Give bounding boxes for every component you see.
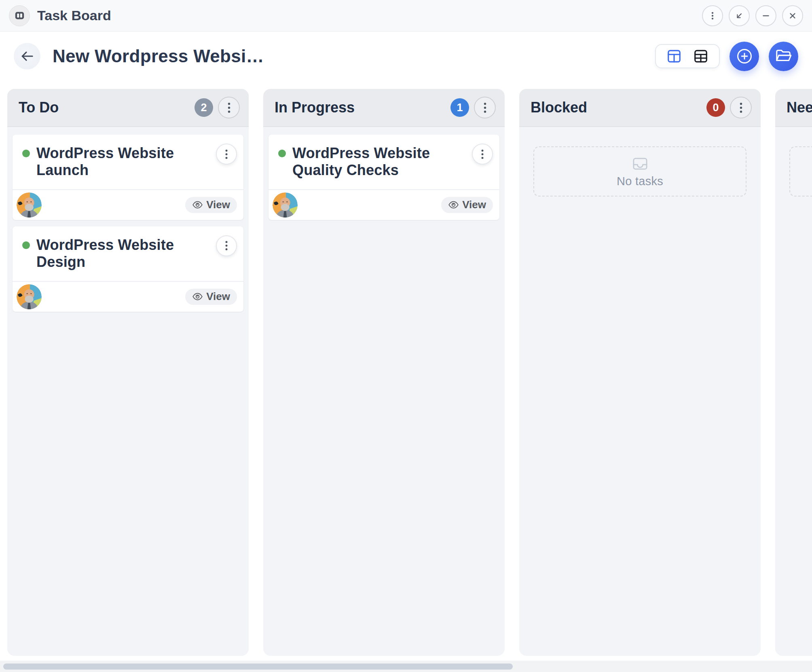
column-body: WordPress Website Quality Checks — [263, 127, 505, 234]
task-menu-button[interactable] — [216, 144, 237, 165]
card-main: WordPress Website Design — [13, 226, 243, 281]
column-body — [775, 127, 812, 204]
table-view-button[interactable] — [692, 48, 709, 65]
view-label: View — [206, 290, 230, 303]
task-title: WordPress Website Launch — [36, 145, 209, 179]
back-button[interactable] — [14, 43, 40, 70]
view-label: View — [462, 199, 486, 211]
column-header: To Do 2 — [7, 89, 249, 127]
eye-icon — [448, 199, 459, 210]
card-footer: View — [13, 281, 243, 312]
header-actions — [655, 42, 798, 71]
column-header: Need — [775, 89, 812, 127]
column-to-do: To Do 2 WordPress Website Launch — [7, 89, 249, 656]
empty-state: No tasks — [533, 146, 746, 197]
view-task-button[interactable]: View — [185, 197, 237, 213]
kebab-menu-icon — [707, 11, 718, 21]
close-icon — [787, 11, 798, 21]
add-task-button[interactable] — [730, 42, 759, 71]
plus-circle-icon — [735, 47, 754, 66]
status-dot — [22, 150, 30, 157]
status-dot — [22, 241, 30, 249]
task-card[interactable]: WordPress Website Design — [13, 226, 243, 312]
app-title: Task Board — [37, 8, 111, 23]
horizontal-scrollbar-thumb[interactable] — [3, 664, 513, 670]
empty-state-label: No tasks — [617, 175, 663, 188]
task-count-badge: 0 — [706, 98, 725, 117]
card-main: WordPress Website Quality Checks — [269, 135, 499, 189]
column-menu-button[interactable] — [218, 97, 240, 118]
assignee-avatar — [17, 192, 42, 218]
view-task-button[interactable]: View — [441, 197, 493, 213]
minus-icon — [761, 11, 771, 21]
kebab-menu-icon — [225, 149, 228, 159]
card-main: WordPress Website Launch — [13, 135, 243, 189]
kebab-menu-icon — [739, 102, 743, 113]
kanban-board: To Do 2 WordPress Website Launch — [0, 81, 812, 661]
column-in-progress: In Progress 1 WordPress Website Quality … — [263, 89, 505, 656]
window-close-button[interactable] — [782, 5, 803, 26]
folder-open-icon — [774, 47, 793, 66]
kanban-board-icon — [14, 10, 25, 21]
eye-icon — [192, 199, 203, 210]
arrow-left-icon — [19, 48, 36, 65]
board-layout-icon — [666, 49, 682, 64]
task-title: WordPress Website Quality Checks — [292, 145, 465, 179]
view-label: View — [206, 199, 230, 211]
eye-icon — [192, 291, 203, 302]
inbox-tray-icon — [631, 155, 649, 173]
task-card[interactable]: WordPress Website Launch — [13, 135, 243, 220]
kebab-menu-icon — [483, 102, 487, 113]
view-task-button[interactable]: View — [185, 289, 237, 305]
column-header: In Progress 1 — [263, 89, 505, 127]
open-project-button[interactable] — [769, 42, 798, 71]
horizontal-scrollbar-track[interactable] — [0, 661, 812, 672]
column-title: Blocked — [531, 99, 706, 116]
column-title: Need — [787, 99, 812, 116]
page-header: New Wordpress Websi… — [0, 32, 812, 81]
status-dot — [278, 150, 286, 157]
card-footer: View — [269, 189, 499, 220]
board-view-button[interactable] — [666, 48, 683, 65]
window-minimize-button[interactable] — [755, 5, 776, 26]
column-blocked: Blocked 0 No tasks — [519, 89, 761, 656]
arrow-down-left-icon — [734, 11, 744, 21]
column-header: Blocked 0 — [519, 89, 761, 127]
column-title: In Progress — [275, 99, 450, 116]
column-title: To Do — [19, 99, 195, 116]
assignee-avatar — [17, 284, 42, 309]
column-menu-button[interactable] — [730, 97, 752, 118]
window-restore-button[interactable] — [729, 5, 750, 26]
kebab-menu-icon — [225, 241, 228, 251]
window-menu-button[interactable] — [702, 5, 723, 26]
table-grid-icon — [693, 49, 708, 64]
app-icon-button[interactable] — [9, 5, 30, 26]
task-menu-button[interactable] — [216, 235, 237, 256]
view-mode-toggle — [655, 44, 720, 68]
task-title: WordPress Website Design — [36, 237, 209, 271]
window-titlebar: Task Board — [0, 0, 812, 32]
column-menu-button[interactable] — [474, 97, 496, 118]
page-title: New Wordpress Websi… — [53, 46, 264, 66]
assignee-avatar — [273, 192, 298, 218]
kebab-menu-icon — [227, 102, 231, 113]
empty-state — [789, 146, 812, 197]
kebab-menu-icon — [481, 149, 484, 159]
window-controls — [702, 5, 803, 26]
column-needs-review: Need — [775, 89, 812, 656]
column-body: No tasks — [519, 127, 761, 204]
task-menu-button[interactable] — [472, 144, 493, 165]
task-count-badge: 2 — [195, 98, 213, 117]
task-count-badge: 1 — [450, 98, 469, 117]
column-body: WordPress Website Launch — [7, 127, 249, 326]
card-footer: View — [13, 189, 243, 220]
task-card[interactable]: WordPress Website Quality Checks — [269, 135, 499, 220]
